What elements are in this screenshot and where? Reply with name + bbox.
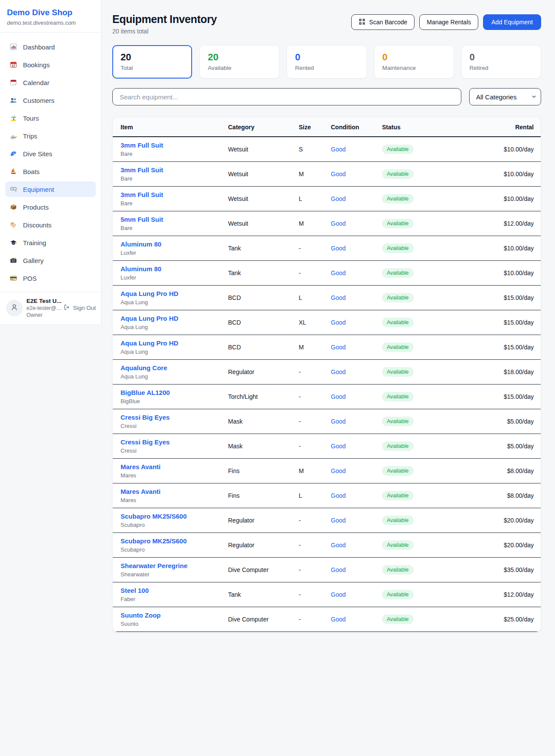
item-name-link[interactable]: Aqua Lung Pro HD	[121, 315, 228, 322]
item-condition-link[interactable]: Good	[331, 344, 346, 351]
brand[interactable]: Demo Dive Shop demo.test.divestreams.com	[0, 0, 101, 33]
item-condition-link[interactable]: Good	[331, 270, 346, 276]
item-name-link[interactable]: Aqua Lung Pro HD	[121, 339, 228, 347]
table-row[interactable]: Cressi Big Eyes Cressi Mask - Good Avail…	[113, 434, 541, 459]
item-size: L	[299, 483, 331, 508]
table-row[interactable]: Aluminum 80 Luxfer Tank - Good Available…	[113, 261, 541, 286]
table-row[interactable]: Steel 100 Faber Tank - Good Available $1…	[113, 582, 541, 607]
table-row[interactable]: BigBlue AL1200 BigBlue Torch/Light - Goo…	[113, 385, 541, 409]
table-row[interactable]: Scubapro MK25/S600 Scubapro Regulator - …	[113, 533, 541, 558]
item-condition-link[interactable]: Good	[331, 319, 346, 326]
item-name-link[interactable]: Aqua Lung Pro HD	[121, 290, 228, 297]
item-size: S	[299, 137, 331, 162]
item-condition-link[interactable]: Good	[331, 616, 346, 623]
table-row[interactable]: 3mm Full Suit Bare Wetsuit L Good Availa…	[113, 187, 541, 211]
sidebar-item-tours[interactable]: Tours	[5, 110, 96, 126]
table-row[interactable]: Aqua Lung Pro HD Aqua Lung BCD XL Good A…	[113, 310, 541, 335]
item-name-link[interactable]: 3mm Full Suit	[121, 191, 228, 198]
item-name-link[interactable]: Aluminum 80	[121, 240, 228, 248]
item-size: -	[299, 261, 331, 286]
add-equipment-button[interactable]: Add Equipment	[483, 14, 541, 30]
item-name-link[interactable]: BigBlue AL1200	[121, 389, 228, 396]
item-name-link[interactable]: Scubapro MK25/S600	[121, 537, 228, 545]
search-input[interactable]	[112, 88, 461, 105]
item-condition-link[interactable]: Good	[331, 492, 346, 499]
sidebar-item-gallery[interactable]: Gallery	[5, 253, 96, 268]
sidebar-nav: Dashboard 17 Bookings Calendar Customers…	[0, 33, 101, 292]
sidebar-item-label: Trips	[23, 132, 37, 140]
sidebar-item-products[interactable]: Products	[5, 199, 96, 215]
item-category: Regulator	[228, 533, 299, 558]
brand-title[interactable]: Demo Dive Shop	[7, 8, 94, 17]
table-row[interactable]: 5mm Full Suit Bare Wetsuit M Good Availa…	[113, 211, 541, 236]
item-condition-link[interactable]: Good	[331, 467, 346, 474]
item-condition-link[interactable]: Good	[331, 220, 346, 227]
sidebar-item-boats[interactable]: Boats	[5, 164, 96, 179]
item-condition-link[interactable]: Good	[331, 443, 346, 450]
stat-card-total[interactable]: 20 Total	[112, 45, 192, 79]
table-row[interactable]: Shearwater Peregrine Shearwater Dive Com…	[113, 558, 541, 582]
item-rental-rate: $12.00/day	[504, 591, 534, 598]
item-condition-link[interactable]: Good	[331, 542, 346, 549]
sidebar-item-equipment[interactable]: Equipment	[5, 181, 96, 197]
item-name-link[interactable]: Scubapro MK25/S600	[121, 513, 228, 520]
table-row[interactable]: Aqualung Core Aqua Lung Regulator - Good…	[113, 360, 541, 385]
table-row[interactable]: Mares Avanti Mares Fins M Good Available…	[113, 459, 541, 483]
item-name-link[interactable]: Shearwater Peregrine	[121, 562, 228, 569]
stat-card-retired[interactable]: 0 Retired	[461, 45, 541, 79]
item-condition-link[interactable]: Good	[331, 368, 346, 375]
sidebar-item-dashboard[interactable]: Dashboard	[5, 39, 96, 55]
table-row[interactable]: 3mm Full Suit Bare Wetsuit M Good Availa…	[113, 162, 541, 187]
item-name-link[interactable]: Cressi Big Eyes	[121, 414, 228, 421]
table-row[interactable]: 3mm Full Suit Bare Wetsuit S Good Availa…	[113, 137, 541, 162]
item-condition-link[interactable]: Good	[331, 146, 346, 153]
table-row[interactable]: Aqua Lung Pro HD Aqua Lung BCD M Good Av…	[113, 335, 541, 360]
table-row[interactable]: Suunto Zoop Suunto Dive Computer - Good …	[113, 607, 541, 632]
item-name-link[interactable]: Aqualung Core	[121, 364, 228, 371]
item-condition-link[interactable]: Good	[331, 566, 346, 573]
scan-barcode-button[interactable]: Scan Barcode	[351, 14, 415, 30]
column-header-item: Item	[113, 117, 228, 137]
item-condition-link[interactable]: Good	[331, 195, 346, 202]
sign-out-button[interactable]: Sign Out	[63, 304, 96, 312]
item-condition-link[interactable]: Good	[331, 393, 346, 400]
item-name-link[interactable]: 3mm Full Suit	[121, 166, 228, 174]
item-category: Tank	[228, 582, 299, 607]
sidebar-item-training[interactable]: Training	[5, 235, 96, 250]
item-name-link[interactable]: Steel 100	[121, 587, 228, 594]
table-row[interactable]: Mares Avanti Mares Fins L Good Available…	[113, 483, 541, 508]
item-condition-link[interactable]: Good	[331, 591, 346, 598]
customers-icon	[10, 96, 17, 104]
item-condition-link[interactable]: Good	[331, 294, 346, 301]
category-select[interactable]: All Categories	[469, 88, 541, 105]
gallery-icon	[10, 256, 17, 264]
item-rental-rate: $25.00/day	[504, 616, 534, 623]
manage-rentals-button[interactable]: Manage Rentals	[419, 14, 478, 30]
sidebar-item-discounts[interactable]: Discounts	[5, 217, 96, 233]
stat-card-rented[interactable]: 0 Rented	[287, 45, 366, 79]
table-row[interactable]: Scubapro MK25/S600 Scubapro Regulator - …	[113, 508, 541, 533]
item-name-link[interactable]: 3mm Full Suit	[121, 141, 228, 149]
item-condition-link[interactable]: Good	[331, 517, 346, 524]
table-row[interactable]: Aluminum 80 Luxfer Tank - Good Available…	[113, 236, 541, 261]
sidebar-item-calendar[interactable]: Calendar	[5, 75, 96, 90]
sidebar-item-pos[interactable]: POS	[5, 270, 96, 286]
item-category: Wetsuit	[228, 162, 299, 187]
item-name-link[interactable]: 5mm Full Suit	[121, 216, 228, 223]
item-condition-link[interactable]: Good	[331, 171, 346, 177]
sidebar-item-trips[interactable]: Trips	[5, 128, 96, 144]
item-name-link[interactable]: Aluminum 80	[121, 265, 228, 273]
item-name-link[interactable]: Mares Avanti	[121, 488, 228, 495]
stat-card-available[interactable]: 20 Available	[199, 45, 279, 79]
sidebar-item-bookings[interactable]: 17 Bookings	[5, 57, 96, 72]
sidebar-item-dive-sites[interactable]: Dive Sites	[5, 146, 96, 161]
item-name-link[interactable]: Mares Avanti	[121, 463, 228, 470]
item-condition-link[interactable]: Good	[331, 245, 346, 252]
stat-card-maintenance[interactable]: 0 Maintenance	[374, 45, 454, 79]
item-name-link[interactable]: Suunto Zoop	[121, 611, 228, 619]
item-name-link[interactable]: Cressi Big Eyes	[121, 438, 228, 446]
sidebar-item-customers[interactable]: Customers	[5, 92, 96, 108]
table-row[interactable]: Aqua Lung Pro HD Aqua Lung BCD L Good Av…	[113, 286, 541, 310]
item-condition-link[interactable]: Good	[331, 418, 346, 425]
table-row[interactable]: Cressi Big Eyes Cressi Mask - Good Avail…	[113, 409, 541, 434]
